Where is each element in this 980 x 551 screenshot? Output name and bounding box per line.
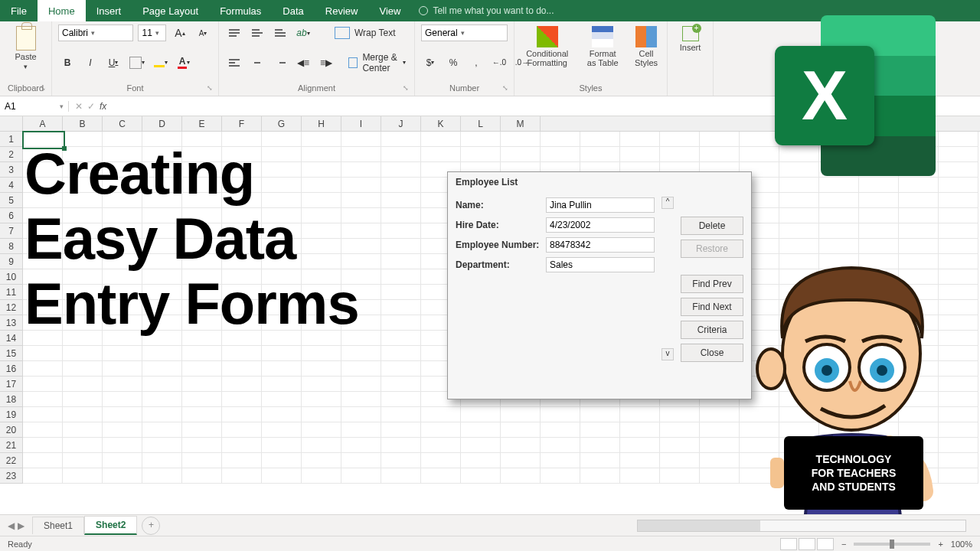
delete-button[interactable]: Delete [681, 217, 743, 235]
col-header[interactable]: I [341, 116, 381, 131]
row-header[interactable]: 17 [0, 377, 22, 392]
name-box[interactable]: A1▾ [0, 101, 69, 112]
col-header[interactable]: K [421, 116, 461, 131]
insert-cells-button[interactable]: Insert [674, 24, 707, 54]
tab-home[interactable]: Home [38, 0, 86, 21]
bold-button[interactable]: B [58, 54, 77, 71]
align-top-button[interactable] [225, 24, 243, 41]
orientation-button[interactable]: ab▾ [294, 24, 312, 41]
tab-data[interactable]: Data [272, 0, 314, 21]
row-header[interactable]: 15 [0, 346, 22, 361]
select-all-corner[interactable] [0, 116, 23, 131]
col-header[interactable]: H [302, 116, 341, 131]
col-header[interactable]: A [23, 116, 63, 131]
normal-view-button[interactable] [780, 538, 797, 550]
align-center-button[interactable] [248, 54, 266, 71]
department-input[interactable]: Sales [546, 257, 655, 272]
accounting-format-button[interactable]: $▾ [421, 54, 439, 71]
enter-formula-icon[interactable]: ✓ [87, 101, 95, 112]
hire-date-input[interactable]: 4/23/2002 [546, 217, 655, 233]
increase-indent-button[interactable]: ≡▶ [317, 54, 335, 71]
col-header[interactable]: G [262, 116, 302, 131]
format-as-table-button[interactable]: Format as Table [583, 24, 622, 69]
zoom-slider[interactable] [854, 543, 930, 546]
add-sheet-button[interactable]: + [142, 517, 160, 535]
align-right-button[interactable] [271, 54, 289, 71]
tab-formulas[interactable]: Formulas [209, 0, 272, 21]
italic-button[interactable]: I [81, 54, 100, 71]
name-input[interactable]: Jina Pullin [546, 197, 655, 213]
tell-me-search[interactable]: Tell me what you want to do... [411, 0, 561, 21]
font-color-button[interactable]: A▾ [175, 54, 193, 71]
tab-page-layout[interactable]: Page Layout [132, 0, 209, 21]
row-header[interactable]: 4 [0, 178, 22, 193]
row-header[interactable]: 19 [0, 407, 22, 422]
col-header[interactable]: D [142, 116, 182, 131]
row-header[interactable]: 9 [0, 254, 22, 269]
row-header[interactable]: 12 [0, 300, 22, 315]
scroll-down-icon[interactable]: v [662, 348, 674, 360]
page-layout-view-button[interactable] [799, 538, 815, 550]
increase-decimal-button[interactable]: ←.0 [490, 54, 508, 71]
increase-font-button[interactable]: A▴ [171, 24, 189, 41]
col-header[interactable]: E [182, 116, 222, 131]
row-header[interactable]: 13 [0, 315, 22, 331]
horizontal-scrollbar[interactable] [637, 520, 966, 532]
tab-review[interactable]: Review [315, 0, 369, 21]
row-header[interactable]: 7 [0, 223, 22, 239]
zoom-level[interactable]: 100% [951, 540, 972, 549]
font-size-combo[interactable]: 11▾ [138, 24, 166, 41]
number-launcher-icon[interactable]: ⤡ [502, 84, 511, 93]
paste-button[interactable]: Paste ▾ [6, 24, 45, 72]
row-header[interactable]: 5 [0, 193, 22, 208]
comma-format-button[interactable]: , [467, 54, 485, 71]
row-header[interactable]: 6 [0, 208, 22, 223]
align-left-button[interactable] [225, 54, 243, 71]
font-family-combo[interactable]: Calibri▾ [58, 24, 133, 41]
tab-file[interactable]: File [0, 0, 38, 21]
sheet-nav-prev-icon[interactable]: ◀ [8, 520, 15, 531]
col-header[interactable]: C [103, 116, 142, 131]
conditional-formatting-button[interactable]: Conditional Formatting [521, 24, 573, 69]
decrease-indent-button[interactable]: ◀≡ [294, 54, 312, 71]
row-header[interactable]: 20 [0, 422, 22, 438]
cancel-formula-icon[interactable]: ✕ [75, 101, 83, 112]
row-header[interactable]: 18 [0, 392, 22, 407]
tab-insert[interactable]: Insert [86, 0, 132, 21]
scroll-up-icon[interactable]: ^ [662, 197, 674, 209]
merge-center-button[interactable]: Merge & Center▾ [346, 54, 408, 71]
cell-styles-button[interactable]: Cell Styles [632, 24, 661, 69]
borders-button[interactable]: ▾ [127, 54, 147, 71]
row-header[interactable]: 23 [0, 468, 22, 484]
align-middle-button[interactable] [248, 24, 266, 41]
font-launcher-icon[interactable]: ⤡ [207, 84, 216, 93]
sheet-nav-next-icon[interactable]: ▶ [18, 520, 24, 531]
alignment-launcher-icon[interactable]: ⤡ [403, 84, 412, 93]
align-bottom-button[interactable] [271, 24, 289, 41]
percent-format-button[interactable]: % [444, 54, 462, 71]
number-format-combo[interactable]: General▾ [421, 24, 508, 41]
zoom-out-button[interactable]: − [841, 540, 846, 549]
employee-number-input[interactable]: 88478342 [546, 237, 655, 253]
sheet-tab-sheet1[interactable]: Sheet1 [32, 517, 84, 534]
col-header[interactable]: B [63, 116, 103, 131]
row-header[interactable]: 2 [0, 147, 22, 162]
decrease-font-button[interactable]: A▾ [194, 24, 212, 41]
row-header[interactable]: 22 [0, 453, 22, 468]
page-break-view-button[interactable] [817, 538, 834, 550]
row-header[interactable]: 21 [0, 438, 22, 453]
wrap-text-button[interactable]: Wrap Text [332, 24, 398, 41]
row-header[interactable]: 11 [0, 285, 22, 300]
row-header[interactable]: 16 [0, 361, 22, 377]
fill-color-button[interactable]: ▾ [152, 54, 170, 71]
col-header[interactable]: L [461, 116, 501, 131]
sheet-tab-sheet2[interactable]: Sheet2 [84, 516, 137, 535]
col-header[interactable]: F [222, 116, 262, 131]
row-header[interactable]: 10 [0, 269, 22, 285]
row-header[interactable]: 1 [0, 132, 22, 147]
tab-view[interactable]: View [368, 0, 411, 21]
row-header[interactable]: 8 [0, 239, 22, 254]
row-header[interactable]: 3 [0, 162, 22, 178]
clipboard-launcher-icon[interactable]: ⤡ [40, 84, 49, 93]
zoom-in-button[interactable]: + [938, 540, 942, 549]
